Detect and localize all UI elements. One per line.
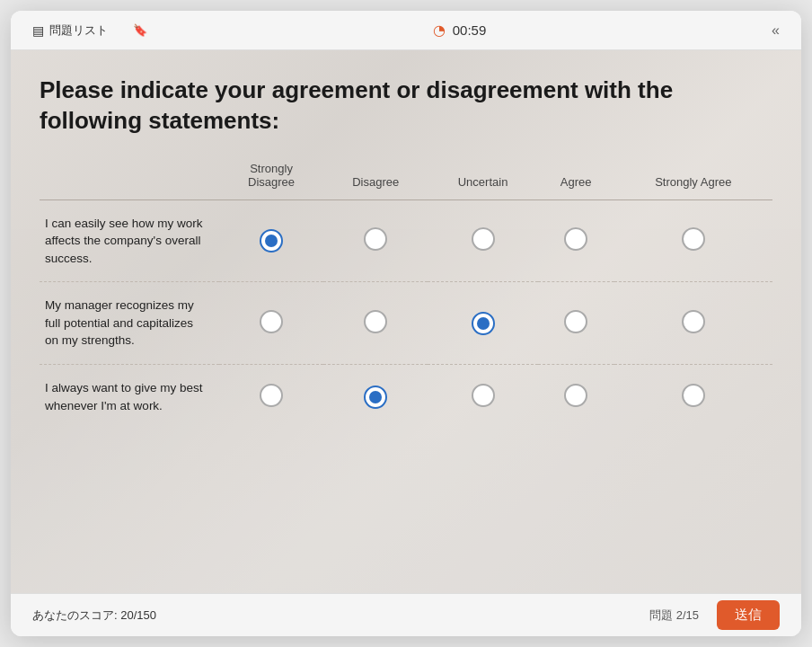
radio-option-3[interactable] xyxy=(564,227,587,251)
survey-grid: StronglyDisagree Disagree Uncertain Agre… xyxy=(40,155,772,430)
footer: あなたのスコア: 20/150 問題 2/15 送信 xyxy=(11,593,801,636)
radio-option-3[interactable] xyxy=(564,384,587,407)
radio-option-4[interactable] xyxy=(682,384,705,407)
radio-option-3[interactable] xyxy=(564,310,587,333)
radio-cell xyxy=(538,282,614,365)
col-header-statement xyxy=(40,155,219,200)
toolbar: ▤ 問題リスト 🔖 ◔ 00:59 « xyxy=(11,11,801,50)
col-header-strongly-disagree: StronglyDisagree xyxy=(219,155,323,200)
statement-cell: My manager recognizes my full potential … xyxy=(40,282,219,365)
question-header: Please indicate your agreement or disagr… xyxy=(11,50,801,155)
table-row: I always want to give my best whenever I… xyxy=(40,364,772,429)
question-title: Please indicate your agreement or disagr… xyxy=(40,75,772,137)
submit-button[interactable]: 送信 xyxy=(717,600,780,630)
radio-cell xyxy=(614,282,772,365)
radio-cell xyxy=(428,282,538,365)
bookmark-button[interactable]: 🔖 xyxy=(126,20,154,40)
radio-cell xyxy=(428,199,538,282)
radio-cell xyxy=(323,199,428,282)
toolbar-left: ▤ 問題リスト 🔖 xyxy=(25,19,154,42)
main-window: ▤ 問題リスト 🔖 ◔ 00:59 « Please indicate your… xyxy=(11,11,801,636)
collapse-button[interactable]: « xyxy=(764,19,787,42)
survey-table: StronglyDisagree Disagree Uncertain Agre… xyxy=(11,155,801,593)
content-inner: Please indicate your agreement or disagr… xyxy=(11,50,801,593)
radio-option-1[interactable] xyxy=(364,227,387,251)
radio-cell xyxy=(614,199,772,282)
radio-option-4[interactable] xyxy=(682,310,705,333)
radio-option-2[interactable] xyxy=(472,384,495,407)
timer-icon: ◔ xyxy=(433,22,446,39)
radio-cell xyxy=(219,364,323,429)
table-row: My manager recognizes my full potential … xyxy=(40,282,772,365)
radio-cell xyxy=(538,199,614,282)
col-header-uncertain: Uncertain xyxy=(428,155,538,200)
radio-cell xyxy=(323,364,428,429)
footer-right: 問題 2/15 送信 xyxy=(649,600,780,630)
radio-cell xyxy=(428,364,538,429)
radio-option-2[interactable] xyxy=(472,227,495,251)
timer-display: 00:59 xyxy=(453,22,487,38)
collapse-icon: « xyxy=(772,22,780,38)
radio-cell xyxy=(219,199,323,282)
question-number: 問題 2/15 xyxy=(649,607,699,624)
question-list-button[interactable]: ▤ 問題リスト xyxy=(25,19,115,42)
statement-cell: I can easily see how my work affects the… xyxy=(40,199,219,282)
radio-cell xyxy=(614,364,772,429)
score-display: あなたのスコア: 20/150 xyxy=(32,607,156,624)
radio-option-4[interactable] xyxy=(682,227,705,251)
radio-option-0[interactable] xyxy=(260,310,283,333)
bookmark-icon: 🔖 xyxy=(133,23,147,37)
col-header-strongly-agree: Strongly Agree xyxy=(614,155,772,200)
table-row: I can easily see how my work affects the… xyxy=(40,199,772,282)
radio-option-1[interactable] xyxy=(364,310,387,333)
question-list-label: 問題リスト xyxy=(49,22,108,39)
radio-option-1[interactable] xyxy=(364,386,387,409)
col-header-agree: Agree xyxy=(538,155,614,200)
radio-cell xyxy=(538,364,614,429)
col-header-disagree: Disagree xyxy=(323,155,428,200)
radio-cell xyxy=(323,282,428,365)
radio-option-0[interactable] xyxy=(260,384,283,407)
statement-cell: I always want to give my best whenever I… xyxy=(40,364,219,429)
radio-option-2[interactable] xyxy=(472,312,495,335)
toolbar-right: « xyxy=(764,19,787,42)
content-area: Please indicate your agreement or disagr… xyxy=(11,50,801,593)
radio-option-0[interactable] xyxy=(260,229,283,253)
toolbar-center: ◔ 00:59 xyxy=(154,22,764,39)
radio-cell xyxy=(219,282,323,365)
list-icon: ▤ xyxy=(32,23,44,38)
